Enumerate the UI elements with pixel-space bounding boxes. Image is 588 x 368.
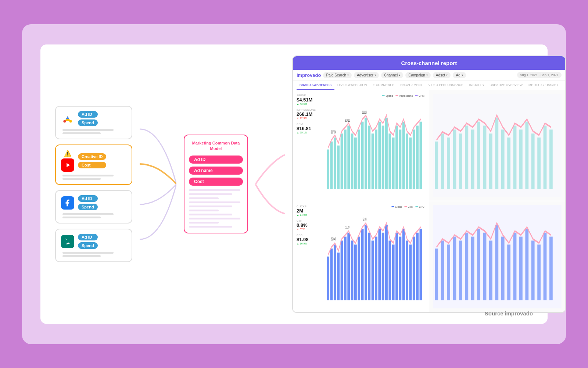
svg-text:$17.9M: $17.9M bbox=[331, 130, 336, 135]
source-line bbox=[62, 178, 101, 180]
svg-rect-100 bbox=[501, 237, 505, 300]
clicks-chart-svg: $2,040 $3.09 $2.09 bbox=[325, 205, 425, 308]
svg-rect-46 bbox=[489, 133, 492, 189]
tab-engagement[interactable]: ENGAGEMENT bbox=[397, 81, 425, 90]
metric-impressions: Impressions 268.1M ▼ 22.3% bbox=[297, 108, 322, 119]
clicks-chart-area: Clicks CTR CPC bbox=[325, 205, 425, 308]
improvado-logo: improvado bbox=[297, 72, 321, 78]
tab-brand-awareness[interactable]: BRAND AWARENESS bbox=[297, 81, 334, 90]
svg-rect-105 bbox=[531, 240, 535, 300]
toolbar-pill-advertiser[interactable]: Advertiser bbox=[354, 72, 379, 78]
svg-marker-4 bbox=[67, 163, 70, 167]
youtube-icon bbox=[61, 158, 74, 172]
metric-ctr: CTR 0.8% ▼ 07% bbox=[297, 219, 322, 231]
svg-rect-95 bbox=[471, 237, 474, 300]
svg-rect-45 bbox=[483, 125, 486, 189]
source-line bbox=[62, 217, 101, 218]
svg-rect-69 bbox=[368, 233, 370, 300]
source-label: Source improvado bbox=[485, 310, 533, 317]
tab-creative-overview[interactable]: CREATIVE OVERVIEW bbox=[487, 81, 526, 90]
tab-lead-generation[interactable]: LEAD GENERATION bbox=[334, 81, 370, 90]
toolbar-pill-ad[interactable]: Ad bbox=[453, 72, 466, 78]
model-title: Marketing Common Data Model bbox=[189, 140, 243, 151]
tab-metric-glossary[interactable]: METRIC GLOSSARY bbox=[526, 81, 562, 90]
svg-text:$21.17: $21.17 bbox=[362, 110, 367, 114]
model-line bbox=[189, 193, 232, 195]
svg-rect-21 bbox=[382, 125, 384, 189]
svg-rect-89 bbox=[435, 249, 438, 300]
model-line bbox=[189, 189, 240, 191]
svg-rect-50 bbox=[513, 125, 516, 189]
svg-rect-51 bbox=[519, 129, 523, 189]
svg-rect-23 bbox=[388, 133, 391, 189]
source-line bbox=[62, 129, 114, 131]
svg-rect-53 bbox=[531, 133, 535, 189]
metric-value-impressions: 268.1M bbox=[297, 111, 322, 117]
tab-installs[interactable]: INSTALLS bbox=[466, 81, 487, 90]
svg-rect-106 bbox=[537, 244, 541, 300]
svg-rect-68 bbox=[365, 225, 367, 300]
svg-text:$2,040: $2,040 bbox=[331, 237, 336, 242]
tab-ecommerce[interactable]: E-COMMERCE bbox=[370, 81, 397, 90]
toolbar-pill-paid-search[interactable]: Paid Search bbox=[323, 72, 351, 78]
badge-spend-bing: Spend bbox=[78, 242, 98, 249]
metric-change-clicks: ▲ 14.9% bbox=[297, 214, 322, 216]
toolbar-pill-channel[interactable]: Channel bbox=[381, 72, 403, 78]
model-line bbox=[189, 206, 232, 207]
toolbar-pill-campaign[interactable]: Campaign bbox=[405, 72, 431, 78]
legend-label-cpc: CPC bbox=[419, 206, 424, 208]
chart-panel-spend: Spend $4.51M ▲ 43.5% Impressions 268.1M … bbox=[293, 90, 429, 201]
tab-video-performance[interactable]: VIDEO PERFORMANCE bbox=[426, 81, 466, 90]
svg-rect-32 bbox=[420, 121, 422, 189]
svg-rect-38 bbox=[441, 133, 444, 189]
svg-text:$3.09: $3.09 bbox=[345, 225, 349, 230]
badge-creative-id: Creative ID bbox=[78, 153, 106, 160]
model-line bbox=[189, 210, 219, 211]
metric-change-spend: ▲ 43.5% bbox=[297, 103, 322, 105]
svg-rect-96 bbox=[477, 229, 480, 300]
metric-change-cpm: ▲ 29.1% bbox=[297, 131, 322, 134]
svg-rect-5 bbox=[327, 149, 329, 189]
google-ads-icon bbox=[61, 112, 74, 125]
svg-rect-19 bbox=[375, 129, 377, 189]
svg-rect-104 bbox=[525, 229, 528, 300]
svg-rect-64 bbox=[351, 240, 354, 300]
spend-chart-svg: $17.9M $39.11 $21.17 bbox=[325, 94, 425, 197]
dashboard-section: Cross-channel report improvado Paid Sear… bbox=[292, 56, 566, 313]
metric-label-clicks: Clicks bbox=[297, 205, 322, 208]
source-line bbox=[62, 132, 101, 134]
svg-rect-83 bbox=[416, 233, 419, 300]
badge-cost: Cost bbox=[78, 162, 106, 168]
legend-label-clicks: Clicks bbox=[395, 206, 402, 208]
legend-cpc: CPC bbox=[415, 206, 424, 208]
svg-rect-82 bbox=[413, 237, 415, 300]
legend-label-cpm: CPM bbox=[419, 94, 424, 97]
svg-rect-59 bbox=[334, 244, 336, 300]
svg-rect-29 bbox=[409, 137, 412, 189]
model-field-cost: Cost bbox=[189, 178, 243, 186]
toolbar-pill-adset[interactable]: Adset bbox=[433, 72, 451, 78]
legend-ctr: CTR bbox=[404, 206, 413, 208]
legend-label-impressions: Impressions bbox=[399, 94, 413, 97]
svg-rect-7 bbox=[334, 137, 336, 189]
metric-label-spend: Spend bbox=[297, 94, 322, 97]
svg-rect-8 bbox=[337, 145, 340, 189]
svg-rect-28 bbox=[406, 133, 408, 189]
model-field-ad-name: Ad name bbox=[189, 167, 243, 175]
model-line bbox=[189, 218, 240, 219]
spend-legend: Spend Impressions CPM bbox=[382, 94, 424, 97]
model-fields: Ad ID Ad name Cost bbox=[189, 156, 243, 186]
dashboard-tabs: BRAND AWARENESS LEAD GENERATION E-COMMER… bbox=[293, 81, 565, 90]
svg-rect-56 bbox=[549, 129, 553, 189]
chart-panel-top-right bbox=[429, 90, 565, 201]
svg-rect-75 bbox=[388, 240, 391, 300]
svg-rect-17 bbox=[368, 125, 370, 189]
legend-impressions: Impressions bbox=[395, 94, 413, 97]
svg-rect-42 bbox=[465, 125, 468, 189]
badge-ad-id-facebook: Ad ID bbox=[78, 195, 98, 202]
svg-rect-40 bbox=[453, 129, 456, 189]
legend-dot-ctr bbox=[404, 206, 407, 207]
legend-dot-cpc bbox=[415, 206, 418, 207]
svg-rect-25 bbox=[395, 125, 398, 189]
svg-rect-93 bbox=[459, 240, 462, 300]
